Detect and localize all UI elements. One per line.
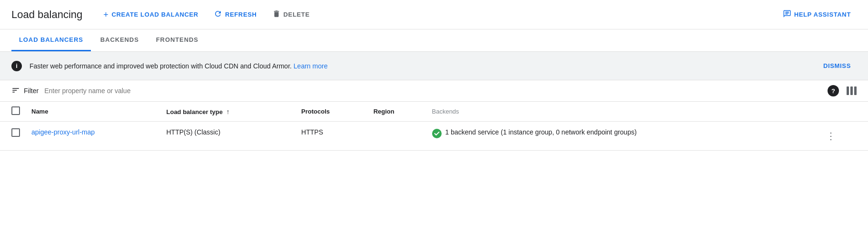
header-checkbox[interactable] — [11, 106, 20, 115]
filter-bar: Filter ? — [0, 80, 868, 102]
col-checkbox — [0, 102, 26, 122]
row-checkbox-cell — [0, 122, 26, 151]
row-region-cell — [368, 122, 426, 151]
header-actions: + CREATE LOAD BALANCER REFRESH DELETE — [98, 6, 316, 23]
page-header: Load balancing + CREATE LOAD BALANCER RE… — [0, 0, 868, 29]
filter-label: Filter — [24, 87, 39, 95]
tab-backends[interactable]: BACKENDS — [93, 29, 147, 51]
plus-icon: + — [103, 10, 108, 19]
lb-name-link[interactable]: apigee-proxy-url-map — [31, 128, 95, 136]
create-load-balancer-button[interactable]: + CREATE LOAD BALANCER — [98, 7, 204, 23]
load-balancers-table: Name Load balancer type ↑ Protocols Regi… — [0, 102, 868, 151]
filter-input[interactable] — [44, 87, 822, 95]
help-assistant-button[interactable]: HELP ASSISTANT — [777, 6, 857, 23]
page-title: Load balancing — [11, 9, 82, 21]
more-icon: ⋮ — [826, 130, 836, 142]
col-region: Region — [368, 102, 426, 122]
learn-more-link[interactable]: Learn more — [294, 62, 328, 70]
row-name-cell: apigee-proxy-url-map — [26, 122, 161, 151]
dismiss-button[interactable]: DISMISS — [818, 58, 857, 73]
delete-button[interactable]: DELETE — [266, 6, 316, 23]
row-backends-cell: 1 backend service (1 instance group, 0 n… — [426, 122, 817, 151]
filter-icon — [11, 86, 20, 96]
table-row: apigee-proxy-url-map HTTP(S) (Classic) H… — [0, 122, 868, 151]
tabs-bar: LOAD BALANCERS BACKENDS FRONTENDS — [0, 29, 868, 52]
row-checkbox[interactable] — [11, 128, 20, 137]
filter-actions: ? — [828, 85, 857, 96]
refresh-button[interactable]: REFRESH — [208, 6, 263, 23]
col-name: Name — [26, 102, 161, 122]
col-type[interactable]: Load balancer type ↑ — [161, 102, 296, 122]
col-actions — [817, 102, 868, 122]
backend-status: 1 backend service (1 instance group, 0 n… — [432, 128, 811, 138]
filter-help-icon[interactable]: ? — [828, 85, 839, 96]
columns-toggle-icon[interactable] — [847, 86, 857, 95]
backend-ok-icon — [432, 129, 442, 138]
delete-icon — [272, 10, 281, 19]
info-banner: i Faster web performance and improved we… — [0, 52, 868, 80]
banner-text: Faster web performance and improved web … — [30, 62, 810, 70]
help-assistant-icon — [783, 10, 791, 19]
col-protocols: Protocols — [296, 102, 368, 122]
col-backends: Backends — [426, 102, 817, 122]
table-header-row: Name Load balancer type ↑ Protocols Regi… — [0, 102, 868, 122]
row-more-cell: ⋮ — [817, 122, 868, 151]
more-options-button[interactable]: ⋮ — [822, 128, 839, 144]
row-type-cell: HTTP(S) (Classic) — [161, 122, 296, 151]
refresh-icon — [214, 10, 222, 19]
tab-frontends[interactable]: FRONTENDS — [148, 29, 206, 51]
sort-icon: ↑ — [227, 108, 230, 115]
info-icon: i — [11, 61, 22, 71]
row-protocols-cell: HTTPS — [296, 122, 368, 151]
tab-load-balancers[interactable]: LOAD BALANCERS — [11, 29, 91, 51]
filter-icon-group: Filter — [11, 86, 39, 96]
